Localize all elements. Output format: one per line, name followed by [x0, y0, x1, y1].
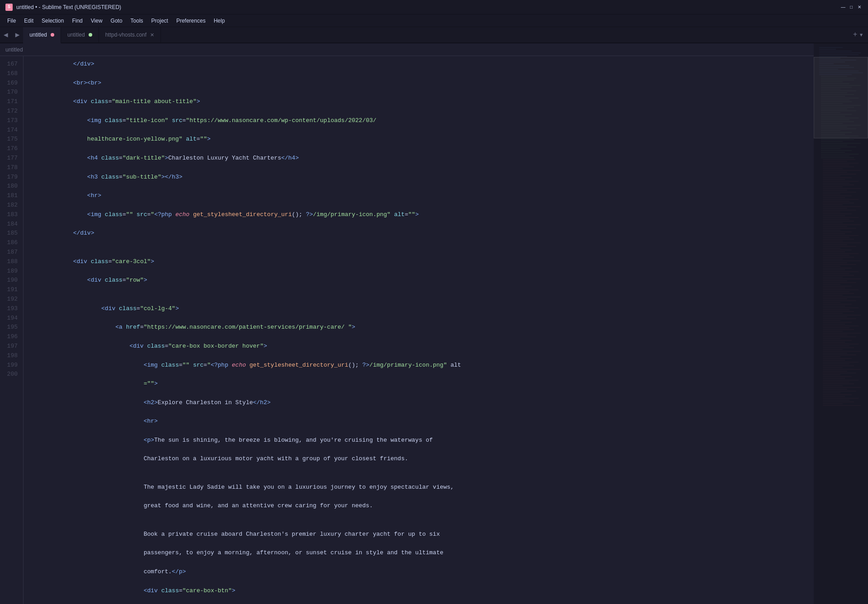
- menu-preferences[interactable]: Preferences: [173, 17, 209, 25]
- editor-container: untitled 167168169170171 172173174175176…: [0, 43, 868, 604]
- tab-add-icon[interactable]: +: [853, 31, 858, 39]
- tab-label: untitled: [29, 32, 47, 38]
- menu-view[interactable]: View: [87, 17, 106, 25]
- breadcrumb: untitled: [0, 43, 814, 56]
- menu-selection[interactable]: Selection: [38, 17, 67, 25]
- code-area[interactable]: 167168169170171 172173174175176 17717817…: [0, 56, 814, 604]
- minimap-content: [814, 43, 868, 409]
- close-button[interactable]: ✕: [856, 4, 863, 10]
- window-controls: — □ ✕: [840, 4, 863, 10]
- breadcrumb-text: untitled: [5, 47, 23, 53]
- menu-tools[interactable]: Tools: [127, 17, 147, 25]
- tab-unsaved-dot: [51, 33, 54, 37]
- menu-project[interactable]: Project: [148, 17, 172, 25]
- menu-edit[interactable]: Edit: [20, 17, 37, 25]
- tab-nav-back[interactable]: ◀: [0, 27, 12, 42]
- minimap[interactable]: [814, 43, 868, 604]
- app-icon: S: [5, 4, 13, 11]
- tab-httpd[interactable]: httpd-vhosts.conf ✕: [99, 27, 161, 42]
- tab-untitled-2[interactable]: untitled: [61, 27, 99, 42]
- tab-modified-dot: [89, 33, 92, 37]
- menu-bar: File Edit Selection Find View Goto Tools…: [0, 14, 868, 27]
- line-numbers: 167168169170171 172173174175176 17717817…: [0, 56, 24, 604]
- title-bar: S untitled • - Sublime Text (UNREGISTERE…: [0, 0, 868, 14]
- window-title: untitled • - Sublime Text (UNREGISTERED): [16, 4, 836, 10]
- menu-file[interactable]: File: [4, 17, 19, 25]
- maximize-button[interactable]: □: [848, 4, 854, 10]
- editor-main: untitled 167168169170171 172173174175176…: [0, 43, 814, 604]
- code-content[interactable]: </div> <br><br> <div class="main-title a…: [24, 56, 814, 604]
- tab-untitled-1[interactable]: untitled: [23, 27, 61, 43]
- tab-close-icon[interactable]: ✕: [150, 32, 154, 38]
- tab-nav-forward[interactable]: ▶: [12, 27, 24, 42]
- tab-label: httpd-vhosts.conf: [105, 32, 146, 38]
- tab-add-area: + ▾: [849, 27, 868, 42]
- minimize-button[interactable]: —: [840, 4, 846, 10]
- menu-find[interactable]: Find: [68, 17, 86, 25]
- menu-help[interactable]: Help: [210, 17, 229, 25]
- tab-label: untitled: [67, 32, 85, 38]
- tab-bar: ◀ ▶ untitled untitled httpd-vhosts.conf …: [0, 27, 868, 43]
- tab-list-icon[interactable]: ▾: [859, 30, 863, 39]
- menu-goto[interactable]: Goto: [107, 17, 126, 25]
